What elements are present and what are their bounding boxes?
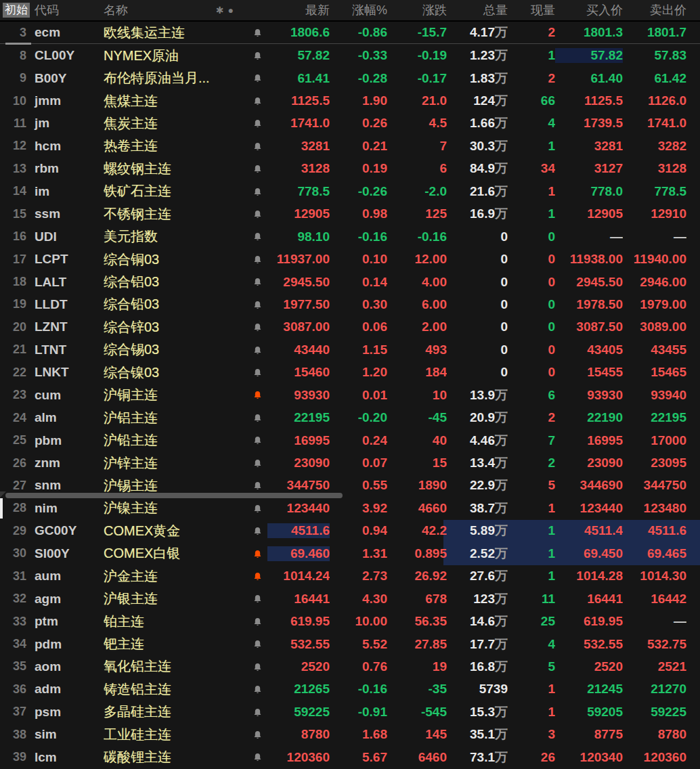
bid-price: 57.82: [555, 48, 623, 63]
ask-price: 344750: [623, 478, 686, 493]
ask-price: 22195: [623, 410, 686, 425]
table-row[interactable]: 20 LZNT 综合锌03 3087.00 0.06 2.00 0 0 3087…: [0, 316, 700, 338]
table-row[interactable]: 9 B00Y 布伦特原油当月... 61.41 -0.28 -0.17 1.83…: [0, 67, 700, 89]
current-volume: 34: [508, 161, 555, 176]
table-row[interactable]: 26 znm 沪锌主连 23090 0.07 15 13.4万 2 23090 …: [0, 452, 700, 474]
alert-cell: [247, 344, 267, 356]
instrument-name-text: 综合锌03: [104, 318, 159, 336]
alert-bell-icon[interactable]: [253, 617, 263, 628]
bid-price: 1125.5: [555, 93, 623, 108]
alert-bell-icon[interactable]: [253, 28, 263, 39]
column-header-code[interactable]: 代码: [30, 2, 104, 18]
ask-price: 4511.6: [623, 523, 686, 538]
alert-bell-icon[interactable]: [253, 232, 263, 242]
table-row[interactable]: 14 im 铁矿石主连 778.5 -0.26 -2.0 21.6万 1 778…: [0, 180, 700, 202]
column-header-last[interactable]: 最新: [267, 2, 330, 18]
alert-bell-icon[interactable]: [253, 164, 263, 175]
table-row[interactable]: 30 SI00Y COMEX白银 69.460 1.31 0.895 2.52万…: [0, 542, 700, 565]
column-header-current-volume[interactable]: 现量: [508, 2, 555, 18]
table-row[interactable]: 19 LLDT 综合铅03 1977.50 0.30 6.00 0 0 1978…: [0, 293, 700, 315]
column-header-total-volume[interactable]: 总量: [447, 2, 508, 18]
alert-bell-icon[interactable]: [253, 662, 263, 673]
table-row[interactable]: 24 alm 沪铝主连 22195 -0.20 -45 20.9万 2 2219…: [0, 406, 700, 429]
alert-bell-icon[interactable]: [253, 594, 263, 605]
instrument-name-text: 综合镍03: [104, 364, 159, 382]
table-row[interactable]: 18 LALT 综合铝03 2945.50 0.14 4.00 0 0 2945…: [0, 271, 700, 293]
alert-cell: [247, 683, 267, 695]
alert-bell-icon[interactable]: [253, 413, 263, 424]
instrument-name-text: 多晶硅主连: [104, 703, 171, 721]
column-header-name[interactable]: 名称 ✱ ●: [104, 2, 247, 18]
table-row[interactable]: 13 rbm 螺纹钢主连 3128 0.19 6 84.9万 34 3127 3…: [0, 158, 700, 180]
alert-bell-icon[interactable]: [253, 707, 263, 718]
alert-bell-icon[interactable]: [253, 96, 263, 107]
change-percent: 0.06: [330, 320, 387, 334]
alert-bell-icon[interactable]: [253, 368, 263, 378]
ask-price: 16442: [623, 592, 686, 607]
alert-bell-icon[interactable]: [253, 209, 263, 220]
table-row[interactable]: 10 jmm 焦煤主连 1125.5 1.90 21.0 124万 66 112…: [0, 89, 700, 112]
scrollbar-corner-handle[interactable]: [0, 491, 6, 498]
instrument-name: 沪铜主连: [104, 386, 247, 404]
alert-bell-icon[interactable]: [253, 322, 263, 333]
alert-bell-icon[interactable]: [253, 390, 263, 401]
table-row[interactable]: 12 hcm 热卷主连 3281 0.21 7 30.3万 1 3281 328…: [0, 135, 700, 157]
alert-bell-icon[interactable]: [253, 118, 263, 129]
table-row[interactable]: 17 LCPT 综合铜03 11937.00 0.10 12.00 0 0 11…: [0, 248, 700, 270]
alert-bell-icon[interactable]: [253, 255, 263, 265]
row-number: 18: [0, 275, 30, 289]
table-row[interactable]: 15 ssm 不锈钢主连 12905 0.98 125 16.9万 1 1290…: [0, 203, 700, 225]
alert-bell-icon[interactable]: [253, 526, 263, 537]
alert-bell-icon[interactable]: [253, 458, 263, 469]
table-row[interactable]: 11 jm 焦炭主连 1741.0 0.26 4.5 1.66万 4 1739.…: [0, 112, 700, 135]
table-row[interactable]: 22 LNKT 综合镍03 15460 1.20 184 0 0 15455 1…: [0, 361, 700, 384]
table-row[interactable]: 16 UDI 美元指数 98.10 -0.16 -0.16 0 0 — —: [0, 225, 700, 248]
last-price: 23090: [267, 456, 330, 470]
table-row[interactable]: 33 ptm 铂主连 619.95 10.00 56.35 14.6万 25 6…: [0, 610, 700, 632]
alert-bell-icon[interactable]: [253, 51, 263, 62]
instrument-code: LCPT: [30, 252, 104, 267]
alert-cell: [247, 185, 267, 198]
bid-price: 3127: [555, 161, 623, 176]
column-header-change[interactable]: 涨跌: [387, 2, 447, 18]
alert-bell-icon[interactable]: [253, 549, 263, 560]
alert-bell-icon[interactable]: [253, 435, 263, 446]
table-row[interactable]: 25 pbm 沪铅主连 16995 0.24 40 4.46万 7 16995 …: [0, 429, 700, 452]
instrument-name-text: 氧化铝主连: [104, 657, 171, 676]
table-row[interactable]: 35 aom 氧化铝主连 2520 0.76 19 16.8万 5 2520 2…: [0, 655, 700, 678]
alert-bell-icon[interactable]: [253, 187, 263, 198]
alert-bell-icon[interactable]: [253, 277, 263, 288]
alert-bell-icon[interactable]: [253, 141, 263, 152]
column-header-ask[interactable]: 卖出价: [623, 2, 686, 18]
column-header-initial[interactable]: 初始: [0, 3, 30, 18]
table-row[interactable]: 8 CL00Y NYMEX原油 57.82 -0.33 -0.19 1.23万 …: [0, 44, 700, 66]
alert-bell-icon[interactable]: [253, 752, 263, 763]
table-row[interactable]: 32 agm 沪银主连 16441 4.30 678 123万 11 16441…: [0, 588, 700, 610]
alert-bell-icon[interactable]: [253, 73, 263, 84]
table-row[interactable]: 34 pdm 钯主连 532.55 5.52 27.85 17.7万 4 532…: [0, 633, 700, 655]
table-row[interactable]: 21 LTNT 综合锡03 43440 1.15 493 0 0 43405 4…: [0, 338, 700, 361]
alert-bell-icon[interactable]: [253, 571, 263, 582]
table-row[interactable]: 31 aum 沪金主连 1014.24 2.73 26.92 27.6万 1 1…: [0, 565, 700, 588]
column-header-bid[interactable]: 买入价: [555, 2, 623, 18]
alert-bell-icon[interactable]: [253, 639, 263, 650]
alert-bell-icon[interactable]: [253, 345, 263, 356]
alert-bell-icon[interactable]: [253, 481, 263, 491]
alert-bell-icon[interactable]: [253, 504, 263, 514]
row-number: 20: [0, 320, 30, 334]
alert-bell-icon[interactable]: [253, 684, 263, 695]
table-row[interactable]: 37 psm 多晶硅主连 59225 -0.91 -545 15.3万 1 59…: [0, 701, 700, 723]
table-row[interactable]: 29 GC00Y COMEX黄金 4511.6 0.94 42.2 5.89万 …: [0, 520, 700, 542]
column-header-change-percent[interactable]: 涨幅%: [330, 2, 387, 18]
table-row[interactable]: 23 cum 沪铜主连 93930 0.01 10 13.9万 6 93930 …: [0, 384, 700, 406]
initial-badge[interactable]: 初始: [3, 3, 30, 18]
alert-bell-icon[interactable]: [253, 730, 263, 741]
alert-bell-icon[interactable]: [253, 300, 263, 311]
instrument-name-text: 综合锡03: [104, 340, 159, 359]
table-row[interactable]: 36 adm 铸造铝主连 21265 -0.16 -35 5739 1 2124…: [0, 678, 700, 701]
table-row[interactable]: 38 sim 工业硅主连 8780 1.68 145 35.1万 3 8775 …: [0, 724, 700, 746]
instrument-code: aum: [30, 569, 104, 584]
table-row[interactable]: 28 nim 沪镍主连 123440 3.92 4660 38.7万 1 123…: [0, 497, 700, 519]
table-row[interactable]: 39 lcm 碳酸锂主连 120360 5.67 6460 73.1万 26 1…: [0, 746, 700, 768]
table-row[interactable]: 3 ecm 欧线集运主连 1806.6 -0.86 -15.7 4.17万 2 …: [0, 22, 700, 44]
